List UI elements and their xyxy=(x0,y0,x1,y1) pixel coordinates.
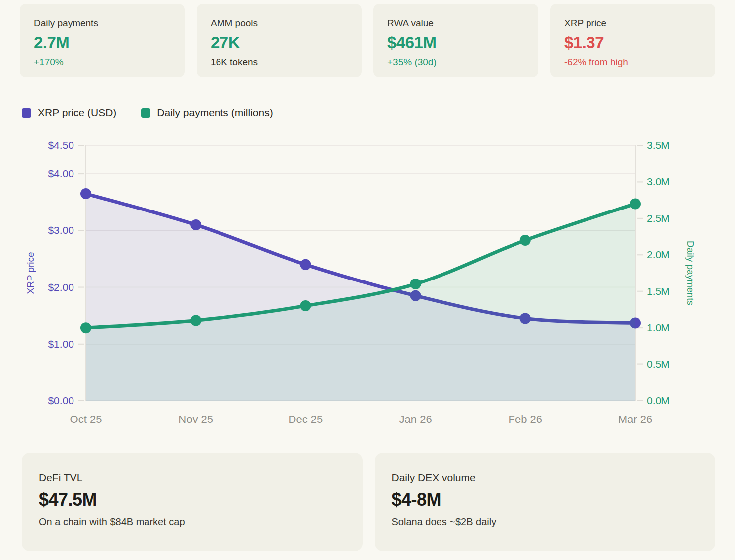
stat-sub: +35% (30d) xyxy=(387,57,524,68)
left-axis-tick-label: $4.00 xyxy=(48,168,74,179)
left-axis-tick-label: $1.00 xyxy=(48,338,74,350)
x-axis-tick-label: Feb 26 xyxy=(509,413,543,425)
data-point xyxy=(410,279,421,289)
stat-sub: -62% from high xyxy=(564,57,701,68)
stat-label: AMM pools xyxy=(211,18,348,29)
stats-row: Daily payments 2.7M +170% AMM pools 27K … xyxy=(20,4,715,77)
stat-sub: +170% xyxy=(34,57,171,68)
stat-label: Daily payments xyxy=(34,18,171,29)
data-point xyxy=(190,219,201,230)
card-sub: On a chain with $84B market cap xyxy=(39,516,345,528)
legend-swatch-green-icon xyxy=(141,108,150,118)
stat-value: $1.37 xyxy=(564,33,701,52)
right-axis: 3.5M3.0M2.5M2.0M1.5M1.0M0.5M0.0MDaily pa… xyxy=(637,140,696,406)
stat-card-rwa-value: RWA value $461M +35% (30d) xyxy=(373,4,538,77)
right-axis-tick-label: 3.5M xyxy=(647,140,670,151)
right-axis-tick-label: 0.0M xyxy=(647,395,670,406)
card-defi-tvl: DeFi TVL $47.5M On a chain with $84B mar… xyxy=(22,453,363,551)
right-axis-tick-label: 2.5M xyxy=(647,212,670,224)
card-value: $47.5M xyxy=(39,490,345,510)
card-label: DeFi TVL xyxy=(39,472,345,484)
legend-item-xrp-price[interactable]: XRP price (USD) xyxy=(22,107,116,119)
card-sub: Solana does ~$2B daily xyxy=(392,516,698,528)
card-daily-dex-volume: Daily DEX volume $4-8M Solana does ~$2B … xyxy=(375,453,716,551)
x-axis-tick-label: Jan 26 xyxy=(399,413,432,425)
stat-card-amm-pools: AMM pools 27K 16K tokens xyxy=(197,4,362,77)
card-value: $4-8M xyxy=(392,490,698,510)
data-point xyxy=(300,259,311,270)
card-label: Daily DEX volume xyxy=(392,472,698,484)
left-axis-tick-label: $0.00 xyxy=(48,395,74,406)
x-axis-tick-label: Dec 25 xyxy=(289,413,323,425)
stat-label: RWA value xyxy=(387,18,524,29)
legend-item-daily-payments[interactable]: Daily payments (millions) xyxy=(141,107,273,119)
data-point xyxy=(80,188,91,199)
stat-value: 2.7M xyxy=(34,33,171,52)
left-axis: $4.50$4.00$3.00$2.00$1.00$0.00XRP price xyxy=(25,140,84,406)
right-axis-title: Daily payments xyxy=(685,241,696,305)
stat-value: 27K xyxy=(211,33,348,52)
left-axis-title: XRP price xyxy=(25,252,36,294)
left-axis-tick-label: $2.00 xyxy=(48,281,74,293)
right-axis-tick-label: 1.0M xyxy=(647,322,670,333)
left-axis-tick-label: $4.50 xyxy=(48,140,74,151)
x-axis: Oct 25Nov 25Dec 25Jan 26Feb 26Mar 26 xyxy=(70,413,653,425)
legend-label: Daily payments (millions) xyxy=(157,107,273,119)
data-point xyxy=(300,300,311,311)
stat-card-daily-payments: Daily payments 2.7M +170% xyxy=(20,4,185,77)
data-point xyxy=(80,322,91,333)
legend-label: XRP price (USD) xyxy=(38,107,116,119)
stat-value: $461M xyxy=(387,33,524,52)
data-point xyxy=(520,235,531,246)
right-axis-tick-label: 2.0M xyxy=(647,249,670,260)
chart-legend: XRP price (USD) Daily payments (millions… xyxy=(22,106,715,119)
right-axis-tick-label: 0.5M xyxy=(647,358,670,370)
right-axis-tick-label: 1.5M xyxy=(647,285,670,297)
x-axis-tick-label: Mar 26 xyxy=(618,413,652,425)
dual-axis-line-chart: $4.50$4.00$3.00$2.00$1.00$0.00XRP price3… xyxy=(0,129,735,437)
x-axis-tick-label: Nov 25 xyxy=(178,413,213,425)
right-axis-tick-label: 3.0M xyxy=(647,176,670,187)
stat-label: XRP price xyxy=(564,18,701,29)
x-axis-tick-label: Oct 25 xyxy=(70,413,102,425)
legend-swatch-purple-icon xyxy=(22,108,31,118)
data-point xyxy=(630,198,641,209)
left-axis-tick-label: $3.00 xyxy=(48,224,74,236)
stat-card-xrp-price: XRP price $1.37 -62% from high xyxy=(550,4,715,77)
stat-sub: 16K tokens xyxy=(211,57,348,68)
data-point xyxy=(190,315,201,326)
bottom-cards-row: DeFi TVL $47.5M On a chain with $84B mar… xyxy=(22,453,715,551)
